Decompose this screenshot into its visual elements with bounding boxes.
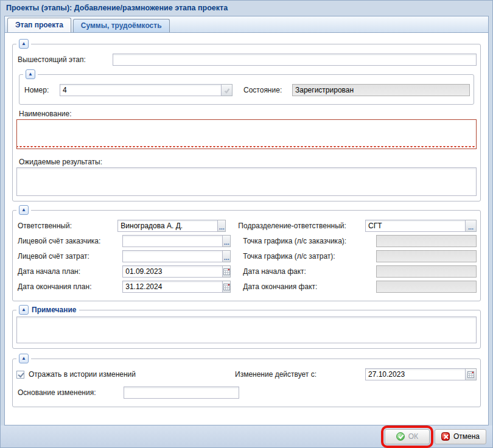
cost-account-input[interactable] (122, 250, 223, 262)
cancel-button[interactable]: Отмена (435, 429, 486, 444)
tab-bar: Этап проекта Суммы, трудоёмкость (4, 16, 489, 32)
number-state-row: Номер: Состояние: (23, 84, 470, 96)
ok-button[interactable]: ОК (385, 429, 430, 444)
schedule-point-cost-field (376, 250, 477, 262)
start-date-plan-label: Дата начала план: (16, 267, 122, 276)
cancel-button-label: Отмена (453, 432, 480, 441)
parent-stage-label: Вышестоящий этап: (16, 55, 113, 64)
schedule-point-customer-label: Точка графика (л/с заказчика): (242, 237, 376, 245)
fieldset-main: ▲ Вышестоящий этап: ▲ Номер: (12, 44, 481, 201)
end-date-plan-calendar-icon[interactable] (223, 281, 231, 293)
dialog-window: Проекты (этапы): Добавление/размножение … (0, 0, 493, 448)
cancel-x-icon (441, 432, 450, 441)
responsible-department-input[interactable] (365, 220, 466, 232)
tab-sums[interactable]: Суммы, трудоёмкость (73, 19, 170, 32)
start-date-fact-label: Дата начала факт: (242, 267, 376, 276)
start-date-row: Дата начала план: Дата начала факт: (16, 265, 477, 278)
end-date-row: Дата окончания план: Дата окончания факт… (16, 281, 477, 293)
start-date-fact-field (376, 265, 477, 278)
cost-account-picker-trigger[interactable]: ... (223, 250, 231, 262)
responsible-row: Ответственный: ... Подразделение-ответст… (16, 220, 477, 232)
parent-stage-row: Вышестоящий этап: (16, 54, 477, 66)
tab-stage[interactable]: Этап проекта (7, 18, 71, 32)
schedule-point-customer-field (376, 235, 477, 247)
collapse-toggle-icon[interactable]: ▲ (26, 69, 35, 79)
note-legend: Примечание (32, 306, 77, 314)
footer-toolbar: ОК Отмена (1, 425, 492, 447)
ok-check-icon (396, 432, 405, 441)
responsible-label: Ответственный: (16, 222, 117, 230)
state-field (292, 84, 470, 96)
change-reason-row: Основание изменения: (16, 387, 477, 399)
responsible-department-picker-trigger[interactable]: ... (466, 220, 477, 232)
ok-button-label: ОК (408, 432, 418, 441)
end-date-fact-label: Дата окончания факт: (242, 282, 376, 291)
note-textarea[interactable] (16, 317, 477, 343)
end-date-plan-input[interactable] (122, 281, 223, 293)
change-effective-from-label: Изменение действует с: (234, 370, 365, 379)
collapse-toggle-icon[interactable]: ▲ (19, 354, 29, 363)
number-input[interactable] (60, 84, 222, 96)
collapse-toggle-icon[interactable]: ▲ (19, 205, 29, 215)
responsible-input[interactable] (117, 220, 218, 232)
history-row: Отражать в истории изменений Изменение д… (16, 368, 477, 380)
change-reason-label: Основание изменения: (16, 388, 124, 397)
start-date-plan-input[interactable] (122, 265, 223, 278)
responsible-picker-trigger[interactable]: ... (218, 220, 226, 232)
cost-account-row: Лицевой счёт затрат: ... Точка графика (… (16, 250, 477, 262)
change-effective-from-input[interactable] (365, 368, 466, 380)
cost-account-label: Лицевой счёт затрат: (16, 252, 122, 261)
end-date-fact-field (376, 281, 477, 293)
start-date-plan-calendar-icon[interactable] (223, 265, 231, 278)
fieldset-details: ▲ Ответственный: ... Подразделение-ответ… (12, 210, 481, 301)
collapse-toggle-icon[interactable]: ▲ (19, 305, 29, 315)
end-date-plan-label: Дата окончания план: (16, 282, 122, 291)
name-textarea[interactable] (16, 119, 477, 149)
name-field-invalid (16, 119, 477, 149)
parent-stage-input[interactable] (113, 54, 477, 66)
history-checkbox[interactable] (16, 371, 24, 379)
schedule-point-cost-label: Точка графика (л/с затрат): (242, 252, 376, 261)
customer-account-label: Лицевой счёт заказчика: (16, 237, 122, 245)
form-panel: ▲ Вышестоящий этап: ▲ Номер: (4, 32, 489, 425)
dialog-body: Этап проекта Суммы, трудоёмкость ▲ Вышес… (4, 16, 489, 425)
expected-results-textarea[interactable] (16, 167, 477, 196)
change-effective-from-calendar-icon[interactable] (466, 368, 477, 380)
name-label: Наименование: (18, 110, 477, 118)
responsible-department-label: Подразделение-ответственный: (237, 222, 365, 230)
change-reason-input[interactable] (124, 387, 239, 399)
customer-account-input[interactable] (122, 235, 223, 247)
history-checkbox-label: Отражать в истории изменений (27, 370, 136, 379)
collapse-toggle-icon[interactable]: ▲ (19, 39, 29, 49)
fieldset-number-state: ▲ Номер: Состояние: (19, 74, 474, 105)
customer-account-row: Лицевой счёт заказчика: ... Точка график… (16, 235, 477, 247)
customer-account-picker-trigger[interactable]: ... (223, 235, 231, 247)
dialog-title: Проекты (этапы): Добавление/размножение … (1, 1, 492, 16)
fieldset-note: ▲ Примечание (12, 310, 481, 349)
number-check-trigger (222, 84, 233, 96)
fieldset-history: ▲ Отражать в истории изменений Изменение… (12, 359, 481, 407)
state-label: Состояние: (242, 86, 292, 94)
expected-results-label: Ожидаемые результаты: (18, 158, 477, 166)
number-label: Номер: (23, 86, 60, 94)
